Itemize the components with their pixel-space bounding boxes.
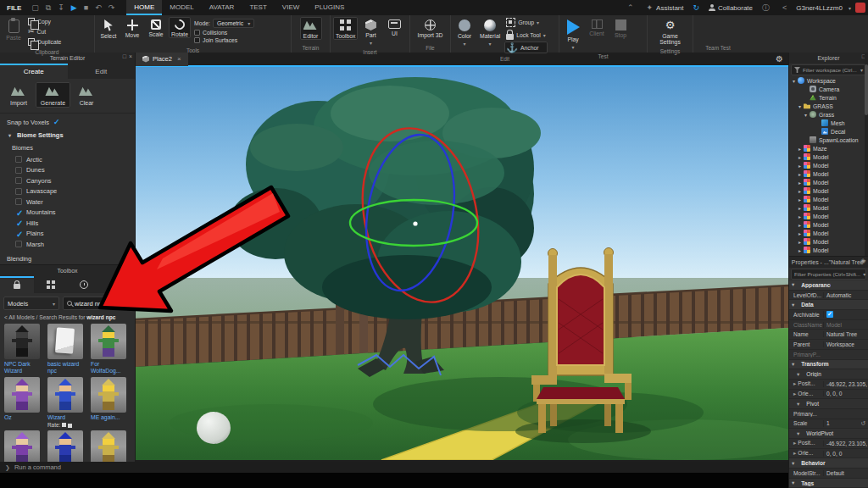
explorer-filter-input[interactable]: Filter workspace (Ctrl...▾	[791, 64, 866, 75]
popout-icon[interactable]: □	[129, 266, 132, 272]
biome-checkbox-row[interactable]: Arctic	[0, 154, 135, 165]
category-dropdown[interactable]: Models▾	[3, 297, 59, 310]
mode-dropdown[interactable]: Geometric▾	[213, 19, 254, 28]
expander-icon[interactable]	[797, 197, 803, 202]
open-file-icon[interactable]: ⧉	[46, 0, 51, 15]
expander-icon[interactable]	[797, 230, 803, 236]
toolbox-result-item[interactable]	[91, 430, 131, 462]
move-tool-button[interactable]: Move	[121, 17, 143, 39]
property-row[interactable]: Parent Workspace	[789, 340, 868, 350]
explorer-tree-item[interactable]: Model	[789, 237, 868, 246]
ribbon-tab[interactable]: VIEW	[275, 0, 307, 15]
biome-settings-header[interactable]: Biome Settings	[0, 129, 135, 141]
result-thumbnail[interactable]	[4, 430, 40, 462]
biome-checkbox-row[interactable]: Plains	[0, 229, 135, 240]
toolbox-result-item[interactable]: Oz	[4, 377, 44, 428]
explorer-tree-item[interactable]: Model	[789, 152, 868, 161]
terrain-editor-tab[interactable]: Create	[0, 64, 68, 79]
explorer-scrollbar[interactable]	[865, 53, 868, 256]
expander-icon[interactable]	[797, 146, 803, 152]
ribbon-tab[interactable]: AVATAR	[202, 0, 242, 15]
import-3d-button[interactable]: Import 3D	[415, 17, 446, 39]
expander-icon[interactable]	[797, 163, 803, 169]
command-bar-text[interactable]: Run a command	[14, 463, 61, 471]
property-row[interactable]: Primary...	[789, 409, 868, 419]
property-value[interactable]: -46.922, 23.105, ...	[823, 381, 868, 387]
result-thumbnail[interactable]	[47, 377, 83, 413]
property-row[interactable]: Posit... -46.922, 23.105, ...	[789, 380, 868, 390]
collisions-checkbox[interactable]: Collisions	[194, 30, 254, 36]
game-settings-button[interactable]: ⚙Game Settings	[650, 17, 690, 46]
property-row[interactable]: Pivot	[789, 399, 868, 409]
property-row[interactable]: Archivable ✓	[789, 310, 868, 320]
ribbon-tab[interactable]: TEST	[242, 0, 274, 15]
result-thumbnail[interactable]	[47, 430, 83, 462]
sphere-part[interactable]	[197, 412, 231, 444]
color-button[interactable]: Color▾	[453, 17, 476, 47]
property-value[interactable]: 0, 0, 0	[823, 451, 868, 457]
explorer-tree-item[interactable]: Model	[789, 161, 868, 169]
property-value[interactable]: Automatic	[823, 292, 868, 298]
property-row[interactable]: Scale 1 ↺	[789, 419, 868, 430]
property-row[interactable]: Transform	[789, 360, 868, 370]
explorer-tree-item[interactable]: SpawnLocation	[789, 136, 868, 144]
assistant-button[interactable]: ✦Assistant	[643, 0, 684, 15]
scrollbar-thumb[interactable]	[865, 64, 868, 115]
scale-tool-button[interactable]: Scale	[145, 17, 167, 38]
play-button[interactable]: Play▾	[562, 17, 584, 51]
duplicate-button[interactable]: Duplicate	[26, 37, 63, 47]
stop-quick-icon[interactable]: ■	[84, 0, 88, 15]
ribbon-tab[interactable]: PLUGINS	[307, 0, 352, 15]
property-value[interactable]: 0, 0, 0	[823, 391, 868, 396]
property-value[interactable]: Natural Tree	[823, 331, 868, 337]
collapse-ribbon-icon[interactable]: ⌃	[627, 0, 634, 15]
thumbs-down-icon[interactable]	[68, 424, 72, 428]
redo-icon[interactable]: ↷	[108, 0, 115, 15]
expander-icon[interactable]	[797, 214, 803, 219]
ribbon-tab[interactable]: MODEL	[162, 0, 201, 15]
explorer-tree-item[interactable]: Workspace	[789, 76, 868, 85]
property-value[interactable]: 1 ↺	[823, 420, 868, 427]
explorer-tree-item[interactable]: Model	[789, 212, 868, 220]
explorer-tree-item[interactable]: GRASS	[789, 102, 868, 110]
username-label[interactable]: G3ner4LLzzm0	[796, 4, 843, 12]
expander-icon[interactable]	[797, 154, 803, 160]
toolbox-search-input[interactable]: wizard npc	[63, 297, 131, 310]
copy-button[interactable]: Copy	[26, 17, 63, 26]
toolbox-result-item[interactable]	[4, 430, 44, 462]
explorer-tree-item[interactable]: Grass	[789, 110, 868, 119]
account-caret-icon[interactable]: ▾	[849, 5, 851, 11]
explorer-tree-item[interactable]: Model	[789, 229, 868, 237]
command-bar[interactable]: ❯ Run a command	[0, 462, 788, 473]
expander-icon[interactable]	[797, 180, 803, 186]
biome-checkbox-row[interactable]: Water	[0, 197, 135, 208]
result-label[interactable]: For WolfaDog...	[91, 361, 130, 375]
explorer-tree-item[interactable]: Model	[789, 220, 868, 229]
explorer-tree-item[interactable]: Model	[789, 203, 868, 212]
toolbox-result-item[interactable]: For WolfaDog...	[91, 324, 131, 375]
toolbox-tab[interactable]	[34, 276, 68, 293]
breadcrumb[interactable]: < All Models / Search Results for wizard…	[0, 312, 135, 321]
biome-checkbox-row[interactable]: Canyons	[0, 175, 135, 186]
property-row[interactable]: Posit... -46.922, 23.105, ...	[789, 439, 868, 449]
terrain-action-button[interactable]: Import	[5, 82, 32, 108]
collaborate-button[interactable]: Collaborate	[709, 4, 753, 12]
result-thumbnail[interactable]	[91, 377, 126, 413]
toolbox-tab[interactable]	[68, 276, 102, 293]
file-menu[interactable]: FILE	[0, 4, 28, 12]
biome-checkbox-row[interactable]: Mountains	[0, 208, 135, 219]
property-row[interactable]: Appearance	[789, 280, 868, 291]
property-row[interactable]: WorldPivot	[789, 429, 868, 439]
blending-label[interactable]: Blending	[0, 252, 135, 265]
property-row[interactable]: Behavior	[789, 458, 868, 469]
expander-icon[interactable]	[797, 103, 803, 109]
anchor-button[interactable]: ⚓Anchor	[504, 42, 548, 53]
share-icon[interactable]: <	[782, 0, 787, 15]
result-label[interactable]: Wizard	[47, 414, 65, 421]
ribbon-tab[interactable]: HOME	[126, 0, 162, 15]
property-row[interactable]: LevelOfD... Automatic	[789, 291, 868, 301]
explorer-tree-item[interactable]: Model	[789, 195, 868, 203]
toolbox-result-item[interactable]: Wizard Rate:	[47, 377, 87, 428]
property-value[interactable]: Model	[823, 322, 868, 328]
properties-filter-input[interactable]: Filter Properties (Ctrl+Shift...▾	[791, 269, 866, 280]
